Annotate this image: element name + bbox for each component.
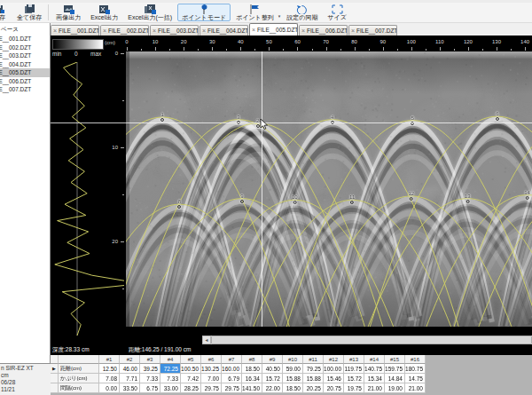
tab-file-005-dzt[interactable]: ×FILE__005.DZT [249,23,298,36]
table-cell-r0-c9[interactable]: 59.00 [283,364,303,374]
table-cell-r0-c10[interactable]: 79.25 [303,364,324,374]
sidebar-item-file-004-dzt[interactable]: FILE__004.DZT [0,60,50,69]
table-cell-r0-c5[interactable]: 130.25 [201,364,222,374]
point-number: 14 [524,190,530,195]
column-header-p9: #9 [262,355,283,364]
table-cell-r2-c7[interactable]: 141.50 [242,383,262,393]
ruler-tick [312,49,313,51]
table-cell-r0-c7[interactable]: 18.50 [242,364,262,374]
table-cell-r2-c2[interactable]: 6.75 [140,383,160,393]
table-cell-r0-c0[interactable]: 12.50 [99,364,120,374]
point-marker-10[interactable]: 10 [292,194,298,204]
ruler-tick [297,47,298,51]
table-cell-r1-c6[interactable]: 6.79 [222,374,242,383]
point-marker-8[interactable]: 8 [177,199,181,209]
table-cell-r2-c15[interactable]: 21.00 [405,383,426,393]
tree-root-item[interactable]: ベース [0,23,50,35]
toolbar-button-label: 設定の同期 [286,14,317,21]
table-cell-r1-c13[interactable]: 15.34 [364,374,385,383]
table-cell-r1-c14[interactable]: 14.84 [385,374,405,383]
table-cell-r0-c6[interactable]: 160.00 [222,364,242,374]
table-cell-r2-c14[interactable]: 19.00 [385,383,405,393]
tab-close-icon[interactable]: × [202,28,206,34]
sidebar-item-file-002-dzt[interactable]: FILE__002.DZT [0,43,50,52]
point-marker-9[interactable]: 9 [240,194,244,203]
sidebar-item-file-007-dzt[interactable]: FILE__007.DZT [0,85,50,94]
point-align-button[interactable]: ポイント整列 [231,4,278,21]
table-cell-r0-c13[interactable]: 140.75 [364,364,385,374]
point-marker-11[interactable]: 11 [349,194,355,204]
size-button[interactable]: サイズ [323,4,351,21]
table-cell-r2-c1[interactable]: 33.50 [120,383,140,393]
table-cell-r1-c5[interactable]: 7.00 [201,374,222,383]
table-cell-r0-c2[interactable]: 39.25 [140,364,160,374]
table-cell-r2-c8[interactable]: 22.00 [262,383,283,393]
scroll-left-arrow[interactable]: ◄ [202,336,211,344]
table-cell-r0-c3[interactable]: 72.25 [160,364,181,374]
table-cell-r0-c12[interactable]: 119.75 [344,364,364,374]
table-cell-r1-c9[interactable]: 15.88 [283,374,303,383]
table-cell-r0-c1[interactable]: 46.00 [120,364,140,374]
sidebar-item-file-005-dzt[interactable]: FILE__005.DZT [0,68,50,77]
tab-file-004-dzt[interactable]: ×FILE__004.DZT [200,25,248,36]
tab-close-icon[interactable]: × [53,28,57,34]
point-marker-12[interactable]: 12 [408,191,414,201]
table-cell-r1-c8[interactable]: 15.72 [262,374,283,383]
table-cell-r0-c14[interactable]: 159.75 [385,364,405,374]
table-cell-r2-c9[interactable]: 18.50 [283,383,303,393]
point-mode-button[interactable]: ポイントモード [177,4,231,21]
table-cell-r2-c4[interactable]: 28.25 [181,383,201,393]
tab-file-003-dzt[interactable]: ×FILE__003.DZT [150,25,199,36]
table-cell-r1-c4[interactable]: 7.42 [181,374,201,383]
sidebar-item-file-001-dzt[interactable]: FILE__001.DZT [0,35,50,43]
table-cell-r1-c12[interactable]: 15.72 [344,374,364,383]
excel-export-batch-button[interactable]: Excel出力(一括) [123,4,176,21]
table-cell-r1-c15[interactable]: 14.75 [405,374,426,383]
table-cell-r2-c13[interactable]: 21.00 [364,383,385,393]
sidebar-item-file-003-dzt[interactable]: FILE__003.DZT [0,51,50,60]
tab-close-icon[interactable]: × [103,28,106,34]
table-cell-r1-c2[interactable]: 7.33 [140,374,160,383]
tab-file-007-dzt[interactable]: ×FILE__007.DZT [348,25,397,36]
tab-file-001-dzt[interactable]: ×FILE__001.DZT [51,25,99,36]
table-cell-r1-c10[interactable]: 15.88 [303,374,324,383]
image-export-button[interactable]: 画像出力 [51,4,85,21]
tab-label: FILE__004.DZT [207,28,248,34]
save-button[interactable]: 保存 [0,4,12,21]
table-cell-r0-c4[interactable]: 100.50 [181,364,201,374]
tab-close-icon[interactable]: × [153,28,156,34]
table-cell-r2-c12[interactable]: 19.75 [344,383,364,393]
table-cell-r2-c10[interactable]: 20.25 [303,383,324,393]
tab-close-icon[interactable]: × [252,27,255,33]
tab-file-002-dzt[interactable]: ×FILE__002.DZT [100,25,149,36]
point-marker-13[interactable]: 13 [465,194,471,203]
table-cell-r2-c5[interactable]: 29.75 [201,383,222,393]
point-marker-1[interactable]: 1 [160,112,164,122]
ruler-tick [212,47,213,51]
save-all-button[interactable]: 全て保存 [12,4,46,21]
table-cell-r2-c3[interactable]: 33.00 [160,383,181,393]
table-cell-r1-c11[interactable]: 15.46 [324,374,344,383]
table-cell-r0-c15[interactable]: 180.75 [405,364,426,374]
scrollbar-thumb[interactable] [211,336,532,344]
table-cell-r0-c8[interactable]: 40.50 [262,364,283,374]
radar-bscan-image[interactable] [126,51,532,327]
table-cell-r1-c1[interactable]: 7.71 [120,374,140,383]
table-cell-r2-c6[interactable]: 29.75 [222,383,242,393]
table-cell-r2-c11[interactable]: 20.75 [324,383,344,393]
table-cell-r1-c7[interactable]: 16.34 [242,374,262,383]
tab-close-icon[interactable]: × [351,28,355,34]
point-marker-14[interactable]: 14 [524,190,530,200]
tab-file-006-dzt[interactable]: ×FILE__006.DZT [299,25,348,36]
excel-export-button[interactable]: Excel出力 [86,4,122,21]
horizontal-scrollbar[interactable]: ◄ [202,336,532,344]
point-marker-6[interactable]: 6 [496,111,499,121]
table-cell-r1-c3[interactable]: 7.33 [160,374,181,383]
table-cell-r0-c11[interactable]: 100.00 [324,364,344,374]
sync-settings-button[interactable]: 設定の同期 [282,4,322,21]
dropdown-arrow-icon[interactable]: ▾ [278,13,281,19]
sidebar-item-file-006-dzt[interactable]: FILE__006.DZT [0,77,50,86]
table-cell-r2-c0[interactable]: 0.00 [99,383,120,393]
table-cell-r1-c0[interactable]: 7.08 [99,374,120,383]
tab-close-icon[interactable]: × [301,28,305,34]
